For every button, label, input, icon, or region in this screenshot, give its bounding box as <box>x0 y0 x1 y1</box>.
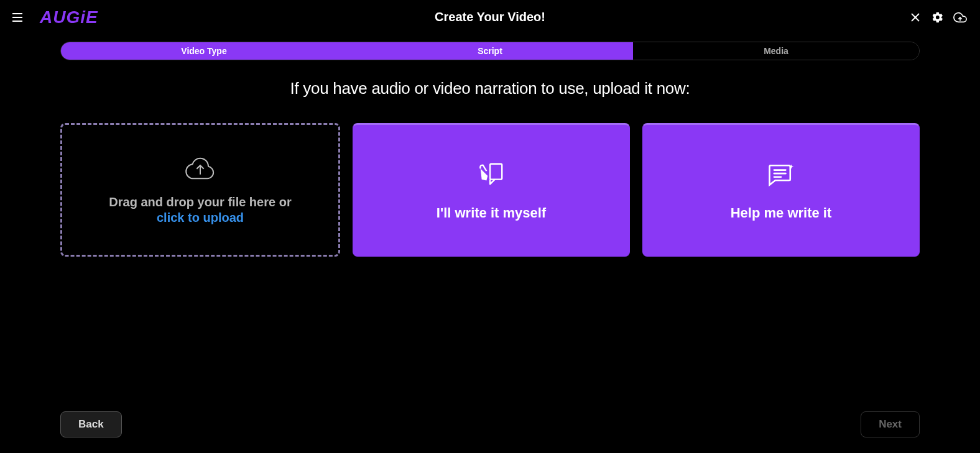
upload-text-main: Drag and drop your file here or <box>109 195 291 209</box>
progress-steps: Video Type Script Media <box>60 42 920 60</box>
help-write-card[interactable]: Help me write it <box>642 123 920 257</box>
upload-dropzone[interactable]: Drag and drop your file here or click to… <box>60 123 340 257</box>
header-actions <box>908 10 968 25</box>
pen-document-icon <box>477 160 506 191</box>
gear-icon[interactable] <box>930 10 945 25</box>
next-button[interactable]: Next <box>861 411 920 437</box>
hamburger-menu-icon[interactable] <box>12 10 27 25</box>
svg-rect-3 <box>490 163 502 179</box>
write-myself-label: I'll write it myself <box>437 205 546 221</box>
step-media[interactable]: Media <box>633 42 919 60</box>
cloud-upload-icon[interactable] <box>953 10 968 25</box>
cloud-upload-icon <box>184 155 216 184</box>
help-write-label: Help me write it <box>731 205 832 221</box>
step-video-type[interactable]: Video Type <box>61 42 347 60</box>
step-script[interactable]: Script <box>347 42 633 60</box>
back-button[interactable]: Back <box>60 411 122 437</box>
prompt-heading: If you have audio or video narration to … <box>0 79 980 98</box>
upload-text-link[interactable]: click to upload <box>109 211 291 225</box>
close-icon[interactable] <box>908 10 923 25</box>
footer-nav: Back Next <box>60 411 920 437</box>
option-row: Drag and drop your file here or click to… <box>60 123 920 257</box>
chat-sparkle-icon <box>766 160 796 191</box>
page-title: Create Your Video! <box>435 10 545 24</box>
header: AUGiE Create Your Video! <box>0 0 980 34</box>
logo: AUGiE <box>40 7 98 27</box>
write-myself-card[interactable]: I'll write it myself <box>353 123 630 257</box>
upload-text: Drag and drop your file here or click to… <box>109 195 291 225</box>
